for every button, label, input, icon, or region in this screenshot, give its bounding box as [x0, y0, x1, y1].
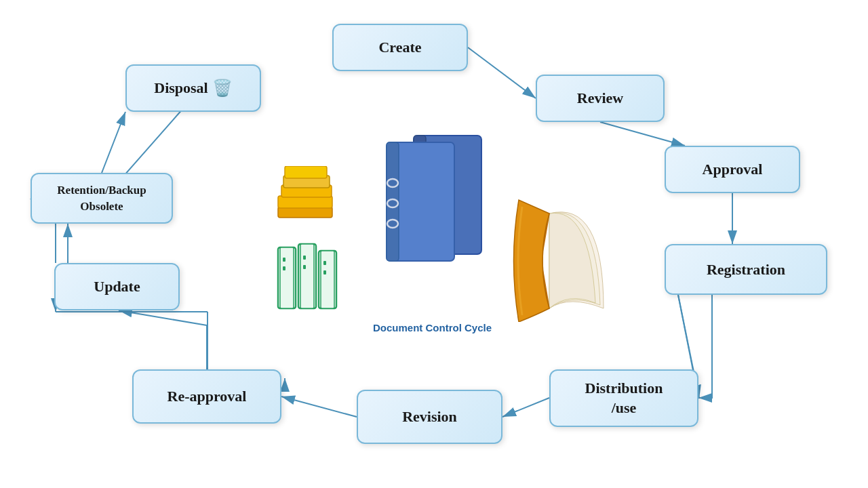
- node-retention-label: Retention/BackupObsolete: [57, 182, 146, 215]
- node-distribution-label: Distribution/use: [585, 379, 663, 418]
- node-reapproval-label: Re-approval: [167, 388, 247, 405]
- node-approval-label: Approval: [703, 161, 763, 178]
- svg-line-10: [119, 310, 207, 325]
- node-disposal-label: Disposal: [154, 79, 208, 97]
- trash-icon: 🗑️: [212, 79, 233, 98]
- node-reapproval: Re-approval: [132, 369, 281, 424]
- node-approval: Approval: [665, 146, 800, 193]
- svg-rect-25: [285, 166, 327, 178]
- node-disposal: Disposal 🗑️: [125, 64, 261, 112]
- node-create: Create: [332, 24, 468, 71]
- svg-rect-41: [300, 244, 314, 308]
- diagram-container: Create Review Approval Registration Dist…: [0, 0, 868, 488]
- svg-rect-42: [303, 256, 306, 260]
- node-review: Review: [536, 75, 665, 122]
- svg-line-20: [102, 112, 125, 173]
- node-review-label: Review: [577, 89, 623, 107]
- svg-line-8: [281, 396, 357, 417]
- svg-rect-39: [283, 266, 285, 270]
- svg-line-7: [502, 398, 549, 417]
- node-revision-label: Revision: [402, 408, 457, 426]
- node-update: Update: [54, 263, 180, 310]
- svg-rect-45: [321, 251, 334, 308]
- svg-rect-46: [323, 261, 326, 265]
- green-folders-icon: [275, 241, 342, 318]
- node-update-label: Update: [94, 278, 140, 296]
- svg-rect-37: [280, 247, 294, 308]
- svg-rect-47: [323, 270, 326, 274]
- svg-rect-38: [283, 258, 285, 262]
- center-label: Document Control Cycle: [373, 322, 492, 333]
- node-registration-label: Registration: [707, 261, 785, 279]
- node-registration: Registration: [665, 244, 827, 295]
- svg-rect-43: [303, 265, 306, 269]
- node-revision: Revision: [357, 390, 502, 444]
- center-label-text: Document Control Cycle: [373, 322, 492, 333]
- svg-line-12: [119, 108, 183, 182]
- node-create-label: Create: [378, 39, 421, 56]
- yellow-books-icon: [271, 166, 339, 226]
- svg-line-1: [468, 47, 536, 98]
- svg-line-2: [600, 122, 685, 146]
- orange-book-icon: [495, 193, 610, 325]
- node-retention: Retention/BackupObsolete: [31, 173, 173, 224]
- node-distribution: Distribution/use: [549, 369, 698, 427]
- blue-binders-icon: [366, 122, 502, 271]
